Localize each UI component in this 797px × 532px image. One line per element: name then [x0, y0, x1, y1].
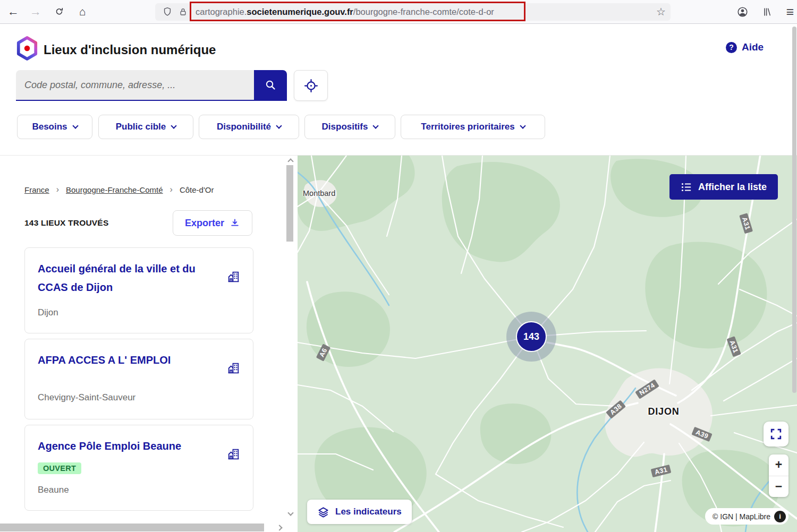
lock-icon[interactable]: [174, 0, 192, 23]
place-title[interactable]: AFPA ACCES A L' EMPLOI: [38, 351, 213, 370]
result-card[interactable]: AFPA ACCES A L' EMPLOI Chevigny-Saint-Sa…: [24, 339, 253, 419]
indicators-button[interactable]: Les indicateurs: [307, 500, 412, 524]
browser-window: ← → ⌂ cartographie.societenumerique.gouv…: [0, 0, 797, 532]
building-icon: [227, 448, 240, 463]
search-icon: [264, 79, 277, 91]
list-icon: [681, 182, 692, 193]
app-logo: [16, 36, 38, 63]
breadcrumb: France › Bourgogne-Franche-Comté › Côte-…: [24, 185, 214, 194]
home-button[interactable]: ⌂: [73, 0, 91, 23]
browser-toolbar: ← → ⌂ cartographie.societenumerique.gouv…: [0, 0, 797, 24]
filter-public-cible[interactable]: Public cible: [98, 115, 193, 139]
filter-label: Territoires prioritaires: [421, 122, 514, 132]
result-card[interactable]: Accueil général de la ville et du CCAS d…: [24, 247, 253, 333]
cluster-marker[interactable]: 143: [516, 321, 547, 352]
place-title[interactable]: Accueil général de la ville et du CCAS d…: [38, 260, 213, 297]
breadcrumb-current: Côte-d'Or: [180, 185, 214, 194]
geolocate-button[interactable]: [294, 70, 328, 101]
show-list-label: Afficher la liste: [698, 182, 767, 193]
chevron-down-icon: [276, 123, 282, 128]
map-label-dijon: DIJON: [632, 406, 695, 417]
library-icon[interactable]: [759, 0, 775, 23]
place-title[interactable]: Agence Pôle Emploi Beaune: [38, 437, 213, 456]
building-icon: [227, 270, 240, 286]
breadcrumb-region[interactable]: Bourgogne-Franche-Comté: [66, 185, 163, 194]
page-title: Lieux d'inclusion numérique: [44, 39, 216, 61]
back-button[interactable]: ←: [4, 0, 22, 23]
horizontal-scrollbar-thumb[interactable]: [0, 524, 264, 531]
attribution-text: © IGN | MapLibre: [713, 512, 770, 521]
scroll-down-icon[interactable]: [287, 510, 293, 516]
breadcrumb-france[interactable]: France: [24, 185, 49, 194]
zoom-in-button[interactable]: +: [769, 454, 788, 476]
filter-label: Disponibilité: [217, 122, 271, 132]
help-link[interactable]: ? Aide: [726, 41, 764, 53]
search-bar: [16, 70, 287, 101]
vertical-scrollbar-thumb[interactable]: [286, 165, 293, 242]
fullscreen-icon: [769, 427, 783, 441]
chevron-down-icon: [520, 123, 525, 128]
map-attribution: © IGN | MapLibre i: [705, 508, 788, 525]
place-city: Chevigny-Saint-Sauveur: [38, 392, 135, 403]
fullscreen-button[interactable]: [764, 422, 788, 447]
page-scrollbar-thumb[interactable]: [792, 27, 796, 393]
place-city: Dijon: [38, 307, 58, 318]
account-icon[interactable]: [734, 0, 750, 23]
chevron-down-icon: [72, 123, 78, 128]
filter-besoins[interactable]: Besoins: [17, 115, 92, 139]
show-list-button[interactable]: Afficher la liste: [669, 174, 778, 200]
crosshair-icon: [304, 79, 318, 93]
building-icon: [227, 362, 240, 377]
zoom-control: + −: [769, 454, 788, 497]
filter-label: Besoins: [32, 122, 67, 132]
chevron-down-icon: [171, 123, 177, 128]
map-canvas[interactable]: A31 A31 N274 A38 A39 A31 A6 Montbard DIJ…: [298, 156, 797, 532]
chevron-down-icon: [373, 123, 379, 128]
export-button[interactable]: Exporter: [173, 210, 252, 236]
breadcrumb-separator: ›: [56, 185, 59, 194]
filter-label: Dispositifs: [322, 122, 368, 132]
result-card[interactable]: Agence Pôle Emploi Beaune OUVERT Beaune: [24, 425, 253, 511]
help-icon: ?: [726, 42, 737, 53]
forward-button[interactable]: →: [27, 0, 45, 23]
filter-dispositifs[interactable]: Dispositifs: [304, 115, 395, 139]
download-icon: [230, 218, 240, 228]
layers-icon: [317, 506, 329, 518]
info-icon[interactable]: i: [774, 511, 786, 522]
indicators-label: Les indicateurs: [335, 507, 402, 517]
reload-button[interactable]: [50, 0, 68, 23]
bookmark-star-icon[interactable]: ☆: [652, 0, 670, 23]
reload-icon: [54, 7, 64, 17]
map-label-montbard: Montbard: [303, 189, 335, 198]
export-label: Exporter: [185, 218, 224, 229]
zoom-out-button[interactable]: −: [769, 476, 788, 497]
results-count: 143 LIEUX TROUVÉS: [24, 210, 108, 236]
filter-disponibilite[interactable]: Disponibilité: [199, 115, 299, 139]
scroll-right-icon[interactable]: [276, 525, 282, 530]
scroll-up-icon[interactable]: [287, 158, 293, 164]
search-button[interactable]: [254, 70, 287, 100]
url-highlight-box: [190, 2, 525, 21]
search-input[interactable]: [16, 70, 254, 100]
help-label: Aide: [742, 41, 764, 53]
breadcrumb-separator: ›: [170, 185, 173, 194]
filter-label: Public cible: [116, 122, 166, 132]
status-badge: OUVERT: [38, 462, 81, 474]
filter-territoires-prioritaires[interactable]: Territoires prioritaires: [401, 115, 545, 139]
place-city: Beaune: [38, 485, 69, 495]
menu-hamburger-icon[interactable]: ≡: [782, 0, 797, 23]
